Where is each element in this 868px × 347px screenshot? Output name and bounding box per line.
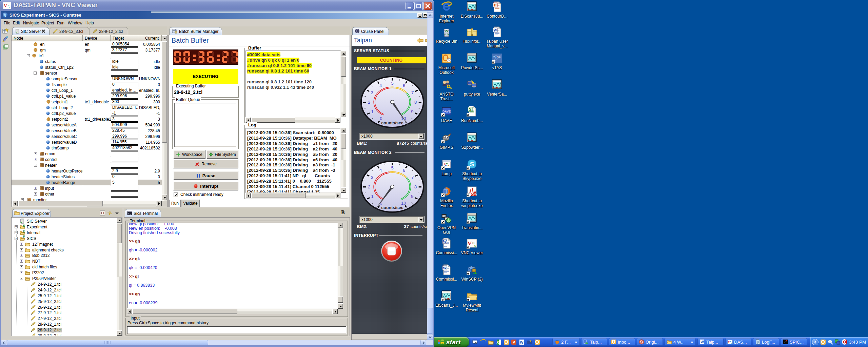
svg-text:3: 3 [371, 175, 373, 180]
svg-text:7: 7 [411, 90, 414, 95]
svg-text:1: 1 [371, 194, 373, 199]
svg-text:1: 1 [371, 109, 373, 114]
svg-text:8: 8 [414, 184, 417, 189]
svg-text:counts/sec: counts/sec [381, 121, 403, 125]
svg-text:6: 6 [403, 168, 405, 173]
svg-text:5: 5 [391, 165, 393, 170]
svg-text:2: 2 [368, 100, 370, 105]
svg-text:9: 9 [411, 109, 413, 114]
svg-text:W: W [520, 340, 524, 344]
svg-text:9: 9 [411, 194, 413, 199]
svg-text:W: W [701, 340, 704, 344]
svg-text:4: 4 [379, 168, 382, 173]
svg-text:3: 3 [371, 90, 373, 95]
svg-text:V: V [4, 3, 7, 8]
svg-text:7: 7 [411, 175, 414, 180]
svg-text:counts/sec: counts/sec [381, 205, 403, 210]
svg-text:8: 8 [414, 100, 417, 105]
svg-text:c: c [9, 6, 10, 9]
svg-text:X: X [496, 340, 499, 344]
svg-text:6: 6 [403, 83, 405, 88]
svg-text:8: 8 [4, 14, 6, 17]
svg-text:5: 5 [391, 81, 393, 86]
svg-text:P: P [513, 340, 515, 344]
svg-text:2: 2 [368, 184, 370, 189]
svg-text:4: 4 [379, 83, 382, 88]
